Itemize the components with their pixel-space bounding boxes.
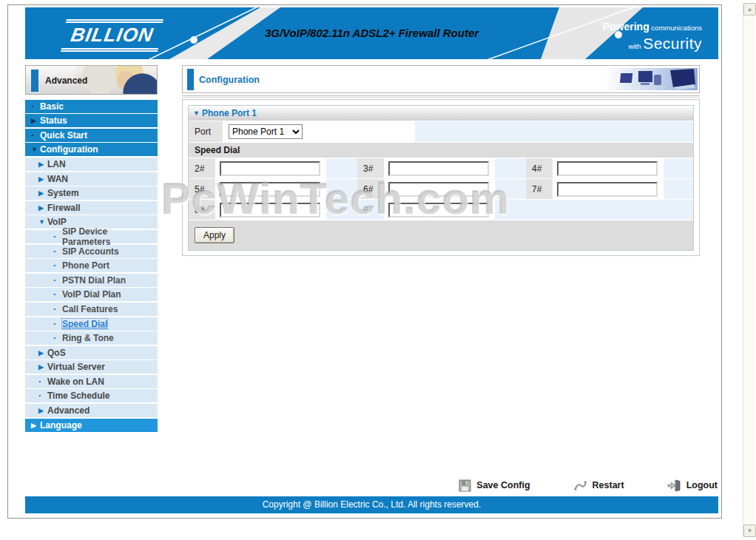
header-banner: BILLION 3G/VoIP/802.11n ADSL2+ Firewall …: [25, 7, 718, 59]
speed-dial-label-7: 7#: [526, 179, 553, 199]
speed-dial-row-2: 5# 6# 7#: [189, 179, 693, 199]
bullet-icon: ·: [53, 262, 62, 269]
speed-dial-cell: [384, 200, 495, 220]
sidebar-item-pstn-dial-plan[interactable]: ·PSTN Dial Plan: [25, 274, 158, 287]
sidebar-item-label: System: [47, 188, 79, 198]
header-tagline: Powering communications with Security: [603, 19, 702, 53]
speed-dial-label-8: 8#: [189, 200, 215, 220]
speed-dial-cell: [215, 200, 326, 220]
sidebar-item-wan[interactable]: ▶WAN: [25, 172, 158, 186]
sidebar-item-qos[interactable]: ▶QoS: [25, 346, 158, 360]
speed-dial-input-4[interactable]: [557, 161, 658, 176]
computers-illustration: [605, 68, 698, 90]
bullet-icon: ·: [31, 132, 40, 139]
arrow-right-icon: ▶: [38, 189, 47, 197]
save-config-label: Save Config: [476, 480, 530, 490]
sidebar-item-call-features[interactable]: ·Call Features: [25, 303, 158, 316]
bullet-icon: ·: [38, 378, 47, 385]
speed-dial-input-6[interactable]: [388, 182, 489, 197]
sidebar-item-label: LAN: [47, 159, 66, 169]
sidebar-item-status[interactable]: ▶Status: [25, 114, 158, 127]
sidebar-item-speed-dial[interactable]: ·Speed Dial: [25, 317, 158, 331]
speed-dial-input-7[interactable]: [557, 182, 658, 197]
speed-dial-input-8[interactable]: [220, 203, 320, 217]
sidebar-item-virtual-server[interactable]: ▶Virtual Server: [25, 360, 158, 374]
sidebar-item-label: Phone Port: [62, 260, 109, 271]
configuration-content: ▼ Phone Port 1 Port Phone Port 1 Speed D…: [182, 99, 700, 256]
sidebar-item-advanced[interactable]: ▶Advanced: [25, 404, 158, 417]
speed-dial-input-9[interactable]: [388, 203, 489, 217]
speed-dial-cell: [384, 179, 495, 199]
sidebar-item-lan[interactable]: ▶LAN: [25, 158, 158, 171]
sidebar-item-label: Call Features: [62, 304, 118, 314]
spacer: [495, 158, 526, 178]
sidebar-item-label: Language: [40, 420, 82, 431]
sidebar-item-label: Virtual Server: [47, 362, 105, 372]
advanced-mode-banner[interactable]: Advanced: [25, 65, 158, 95]
speed-dial-label-6: 6#: [357, 179, 384, 199]
sidebar-item-configuration[interactable]: ▼Configuration: [25, 143, 158, 156]
arrow-right-icon: ▶: [31, 117, 40, 124]
arrow-right-icon: ▶: [38, 175, 47, 183]
port-select[interactable]: Phone Port 1: [229, 124, 303, 139]
sidebar-item-phone-port[interactable]: ·Phone Port: [25, 259, 158, 272]
sidebar-item-label-selected[interactable]: Speed Dial: [62, 319, 107, 329]
sidebar-item-label: Basic: [40, 101, 64, 112]
spacer: [495, 179, 526, 199]
speed-dial-input-5[interactable]: [220, 182, 320, 197]
sidebar-item-label: Ring & Tone: [62, 333, 114, 343]
sidebar-item-label: Time Schedule: [47, 391, 109, 401]
sidebar-item-ring-and-tone[interactable]: ·Ring & Tone: [25, 331, 158, 345]
speed-dial-row-3: 8# 9#: [189, 200, 693, 220]
save-config-button[interactable]: Save Config: [459, 479, 530, 492]
apply-row: Apply: [189, 220, 693, 250]
spacer: [415, 121, 693, 142]
title-accent-bar: [187, 69, 194, 90]
sidebar-item-quick-start[interactable]: ·Quick Start: [25, 129, 158, 142]
bullet-icon: ·: [53, 320, 62, 328]
sidebar-item-sip-device-parameters[interactable]: ·SIP Device Parameters: [25, 230, 158, 243]
sidebar-item-label: VoIP Dial Plan: [62, 289, 121, 300]
scroll-up-button[interactable]: ▲: [743, 3, 756, 16]
vertical-scrollbar[interactable]: ▲ ▼: [743, 3, 755, 537]
sidebar-item-label: Configuration: [40, 144, 98, 155]
bottom-actions: Save Config Restart Logout: [182, 477, 718, 493]
billion-logo-text: BILLION: [70, 24, 155, 46]
speed-dial-label-5: 5#: [189, 179, 215, 199]
arrow-right-icon: ▶: [38, 204, 47, 212]
tagline-powering: Powering: [603, 21, 649, 33]
arrow-right-icon: ▶: [38, 161, 47, 168]
advanced-banner-photo: [75, 66, 157, 94]
sidebar-item-label: Advanced: [47, 405, 90, 416]
speed-dial-row-1: 2# 3# 4#: [189, 158, 693, 178]
speed-dial-input-2[interactable]: [220, 161, 320, 176]
sidebar-item-system[interactable]: ▶System: [25, 186, 158, 200]
phone-port-panel-header[interactable]: ▼ Phone Port 1: [189, 106, 693, 121]
sidebar-item-label: PSTN Dial Plan: [62, 275, 126, 286]
sidebar-item-voip-dial-plan[interactable]: ·VoIP Dial Plan: [25, 288, 158, 301]
port-label: Port: [189, 121, 223, 142]
restart-icon: [573, 480, 587, 491]
speed-dial-section-header: Speed Dial: [189, 143, 693, 158]
sidebar-item-wake-on-lan[interactable]: ·Wake on LAN: [25, 375, 158, 388]
configuration-title-bar: Configuration: [182, 65, 700, 93]
port-row: Port Phone Port 1: [189, 121, 693, 142]
sidebar: Advanced ·Basic ▶Status ·Quick Start ▼Co…: [25, 65, 158, 432]
speed-dial-cell: [384, 158, 495, 178]
sidebar-item-label: Wake on LAN: [47, 377, 104, 387]
apply-button[interactable]: Apply: [195, 227, 234, 243]
bullet-icon: ·: [53, 277, 62, 284]
speed-dial-input-3[interactable]: [388, 161, 489, 176]
sidebar-item-language[interactable]: ▶Language: [25, 419, 158, 432]
scroll-down-button[interactable]: ▼: [743, 524, 756, 537]
sidebar-item-time-schedule[interactable]: ·Time Schedule: [25, 389, 158, 402]
tagline-security: Security: [643, 35, 702, 52]
restart-button[interactable]: Restart: [573, 480, 624, 491]
sidebar-item-firewall[interactable]: ▶Firewall: [25, 201, 158, 215]
sidebar-item-basic[interactable]: ·Basic: [25, 100, 158, 113]
speed-dial-cell: [553, 158, 664, 178]
billion-logo: BILLION: [61, 19, 163, 52]
logout-button[interactable]: Logout: [667, 479, 718, 492]
footer-copyright: Copyright @ Billion Electric Co., Ltd. A…: [25, 496, 718, 513]
spacer: [664, 179, 693, 199]
